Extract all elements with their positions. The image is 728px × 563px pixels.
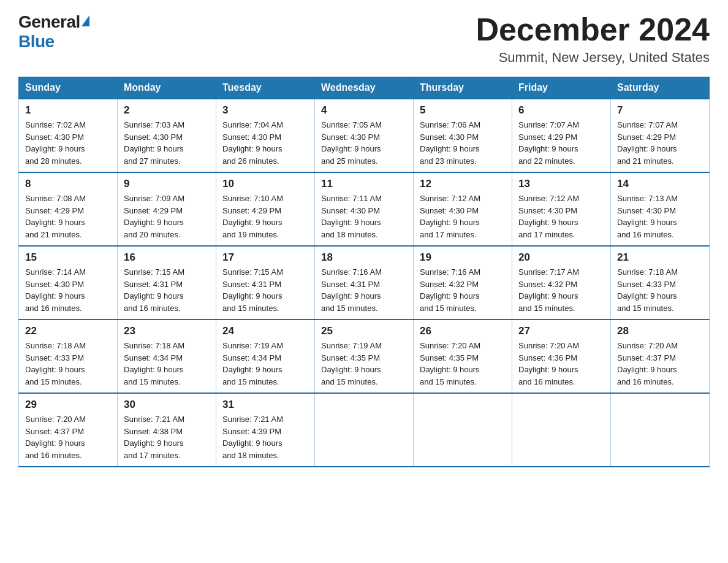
logo-blue-text: Blue [18, 32, 55, 52]
day-number: 8 [25, 178, 111, 190]
day-cell: 21 Sunrise: 7:18 AMSunset: 4:33 PMDaylig… [611, 246, 710, 320]
day-number: 31 [222, 399, 308, 411]
header-cell-thursday: Thursday [414, 77, 512, 99]
day-cell: 9 Sunrise: 7:09 AMSunset: 4:29 PMDayligh… [118, 172, 216, 246]
day-cell: 4 Sunrise: 7:05 AMSunset: 4:30 PMDayligh… [315, 99, 414, 172]
day-cell: 25 Sunrise: 7:19 AMSunset: 4:35 PMDaylig… [315, 320, 414, 393]
logo-general-text: General [18, 12, 80, 32]
day-number: 19 [420, 251, 506, 264]
day-cell: 2 Sunrise: 7:03 AMSunset: 4:30 PMDayligh… [118, 99, 216, 172]
day-number: 25 [321, 325, 407, 337]
day-number: 16 [124, 251, 210, 264]
day-info: Sunrise: 7:16 AMSunset: 4:31 PMDaylight:… [321, 267, 382, 313]
day-info: Sunrise: 7:18 AMSunset: 4:34 PMDaylight:… [124, 341, 184, 386]
day-info: Sunrise: 7:09 AMSunset: 4:29 PMDaylight:… [124, 194, 184, 239]
day-info: Sunrise: 7:12 AMSunset: 4:30 PMDaylight:… [420, 194, 480, 239]
day-number: 15 [25, 251, 111, 264]
day-number: 14 [617, 178, 703, 190]
day-info: Sunrise: 7:21 AMSunset: 4:39 PMDaylight:… [222, 415, 283, 460]
day-info: Sunrise: 7:11 AMSunset: 4:30 PMDaylight:… [321, 194, 382, 239]
day-info: Sunrise: 7:20 AMSunset: 4:37 PMDaylight:… [25, 415, 86, 460]
day-info: Sunrise: 7:03 AMSunset: 4:30 PMDaylight:… [124, 120, 184, 166]
day-cell: 10 Sunrise: 7:10 AMSunset: 4:29 PMDaylig… [216, 172, 315, 246]
day-info: Sunrise: 7:20 AMSunset: 4:36 PMDaylight:… [518, 341, 579, 386]
day-cell: 19 Sunrise: 7:16 AMSunset: 4:32 PMDaylig… [414, 246, 512, 320]
day-info: Sunrise: 7:20 AMSunset: 4:35 PMDaylight:… [420, 341, 480, 386]
calendar-table: SundayMondayTuesdayWednesdayThursdayFrid… [18, 77, 710, 467]
day-cell: 16 Sunrise: 7:15 AMSunset: 4:31 PMDaylig… [118, 246, 216, 320]
day-number: 20 [518, 251, 604, 264]
day-cell [414, 393, 512, 467]
day-cell: 29 Sunrise: 7:20 AMSunset: 4:37 PMDaylig… [19, 393, 118, 467]
day-info: Sunrise: 7:06 AMSunset: 4:30 PMDaylight:… [420, 120, 480, 166]
day-info: Sunrise: 7:04 AMSunset: 4:30 PMDaylight:… [222, 120, 283, 166]
day-info: Sunrise: 7:15 AMSunset: 4:31 PMDaylight:… [222, 267, 283, 313]
day-info: Sunrise: 7:21 AMSunset: 4:38 PMDaylight:… [124, 415, 184, 460]
header: General Blue December 2024 Summit, New J… [18, 12, 710, 66]
day-number: 18 [321, 251, 407, 264]
day-cell: 13 Sunrise: 7:12 AMSunset: 4:30 PMDaylig… [512, 172, 611, 246]
day-number: 2 [124, 104, 210, 117]
day-number: 26 [420, 325, 506, 337]
logo-triangle-icon [82, 15, 89, 26]
header-cell-friday: Friday [512, 77, 611, 99]
day-number: 17 [222, 251, 308, 264]
day-number: 28 [617, 325, 703, 337]
day-cell: 31 Sunrise: 7:21 AMSunset: 4:39 PMDaylig… [216, 393, 315, 467]
day-number: 22 [25, 325, 111, 337]
day-number: 3 [222, 104, 308, 117]
day-cell: 5 Sunrise: 7:06 AMSunset: 4:30 PMDayligh… [414, 99, 512, 172]
week-row-3: 15 Sunrise: 7:14 AMSunset: 4:30 PMDaylig… [19, 246, 710, 320]
day-info: Sunrise: 7:18 AMSunset: 4:33 PMDaylight:… [25, 341, 86, 386]
day-info: Sunrise: 7:08 AMSunset: 4:29 PMDaylight:… [25, 194, 86, 239]
day-number: 21 [617, 251, 703, 264]
header-cell-wednesday: Wednesday [315, 77, 414, 99]
day-cell: 28 Sunrise: 7:20 AMSunset: 4:37 PMDaylig… [611, 320, 710, 393]
header-cell-tuesday: Tuesday [216, 77, 315, 99]
day-info: Sunrise: 7:18 AMSunset: 4:33 PMDaylight:… [617, 267, 678, 313]
day-cell: 22 Sunrise: 7:18 AMSunset: 4:33 PMDaylig… [19, 320, 118, 393]
day-cell: 1 Sunrise: 7:02 AMSunset: 4:30 PMDayligh… [19, 99, 118, 172]
day-number: 12 [420, 178, 506, 190]
day-number: 1 [25, 104, 111, 117]
week-row-2: 8 Sunrise: 7:08 AMSunset: 4:29 PMDayligh… [19, 172, 710, 246]
calendar-header: SundayMondayTuesdayWednesdayThursdayFrid… [19, 77, 710, 99]
day-number: 6 [518, 104, 604, 117]
day-cell: 30 Sunrise: 7:21 AMSunset: 4:38 PMDaylig… [118, 393, 216, 467]
day-cell: 23 Sunrise: 7:18 AMSunset: 4:34 PMDaylig… [118, 320, 216, 393]
day-info: Sunrise: 7:07 AMSunset: 4:29 PMDaylight:… [617, 120, 678, 166]
week-row-4: 22 Sunrise: 7:18 AMSunset: 4:33 PMDaylig… [19, 320, 710, 393]
day-number: 10 [222, 178, 308, 190]
day-info: Sunrise: 7:16 AMSunset: 4:32 PMDaylight:… [420, 267, 480, 313]
header-cell-sunday: Sunday [19, 77, 118, 99]
day-cell [611, 393, 710, 467]
day-cell: 18 Sunrise: 7:16 AMSunset: 4:31 PMDaylig… [315, 246, 414, 320]
calendar-body: 1 Sunrise: 7:02 AMSunset: 4:30 PMDayligh… [19, 99, 710, 467]
day-number: 30 [124, 399, 210, 411]
day-number: 29 [25, 399, 111, 411]
title-area: December 2024 Summit, New Jersey, United… [476, 12, 710, 66]
day-number: 23 [124, 325, 210, 337]
day-info: Sunrise: 7:19 AMSunset: 4:34 PMDaylight:… [222, 341, 283, 386]
day-cell: 27 Sunrise: 7:20 AMSunset: 4:36 PMDaylig… [512, 320, 611, 393]
day-cell: 17 Sunrise: 7:15 AMSunset: 4:31 PMDaylig… [216, 246, 315, 320]
day-info: Sunrise: 7:14 AMSunset: 4:30 PMDaylight:… [25, 267, 86, 313]
day-cell: 20 Sunrise: 7:17 AMSunset: 4:32 PMDaylig… [512, 246, 611, 320]
day-info: Sunrise: 7:17 AMSunset: 4:32 PMDaylight:… [518, 267, 579, 313]
day-number: 4 [321, 104, 407, 117]
day-cell: 3 Sunrise: 7:04 AMSunset: 4:30 PMDayligh… [216, 99, 315, 172]
day-info: Sunrise: 7:12 AMSunset: 4:30 PMDaylight:… [518, 194, 579, 239]
day-cell: 14 Sunrise: 7:13 AMSunset: 4:30 PMDaylig… [611, 172, 710, 246]
day-info: Sunrise: 7:07 AMSunset: 4:29 PMDaylight:… [518, 120, 579, 166]
day-cell: 11 Sunrise: 7:11 AMSunset: 4:30 PMDaylig… [315, 172, 414, 246]
day-number: 13 [518, 178, 604, 190]
day-number: 7 [617, 104, 703, 117]
day-info: Sunrise: 7:02 AMSunset: 4:30 PMDaylight:… [25, 120, 86, 166]
day-cell: 7 Sunrise: 7:07 AMSunset: 4:29 PMDayligh… [611, 99, 710, 172]
day-number: 11 [321, 178, 407, 190]
day-cell [512, 393, 611, 467]
week-row-5: 29 Sunrise: 7:20 AMSunset: 4:37 PMDaylig… [19, 393, 710, 467]
day-number: 5 [420, 104, 506, 117]
day-number: 24 [222, 325, 308, 337]
logo: General Blue [18, 12, 89, 52]
